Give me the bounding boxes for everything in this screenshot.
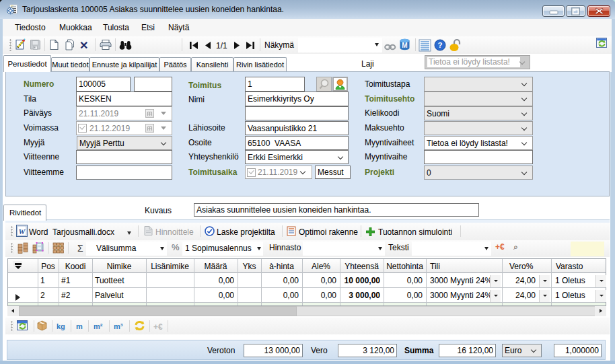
svg-text:W: W — [19, 227, 26, 235]
svg-text:M: M — [402, 42, 407, 49]
svg-text:?: ? — [437, 41, 442, 49]
